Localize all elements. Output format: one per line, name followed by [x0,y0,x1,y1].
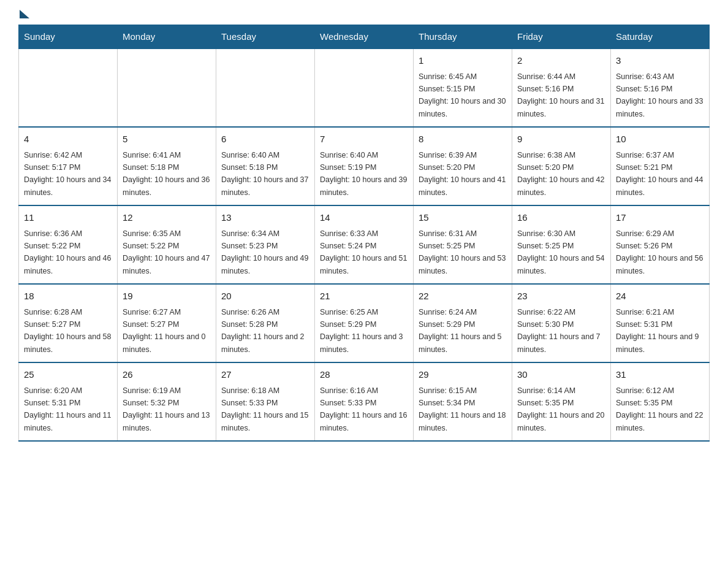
day-header-monday: Monday [118,25,216,49]
day-info: Sunrise: 6:27 AMSunset: 5:27 PMDaylight:… [123,308,206,354]
day-number: 21 [320,289,408,304]
day-info: Sunrise: 6:30 AMSunset: 5:25 PMDaylight:… [517,229,604,275]
calendar-cell: 1Sunrise: 6:45 AMSunset: 5:15 PMDaylight… [414,48,512,127]
day-number: 29 [419,368,507,382]
day-number: 27 [221,368,309,382]
calendar-cell: 23Sunrise: 6:22 AMSunset: 5:30 PMDayligh… [512,284,611,362]
calendar-cell: 12Sunrise: 6:35 AMSunset: 5:22 PMDayligh… [118,205,216,284]
day-number: 22 [419,289,507,304]
day-number: 8 [419,132,507,147]
calendar-cell [118,48,216,127]
calendar-cell: 14Sunrise: 6:33 AMSunset: 5:24 PMDayligh… [315,205,414,284]
day-number: 7 [320,132,408,147]
calendar-cell: 31Sunrise: 6:12 AMSunset: 5:35 PMDayligh… [611,362,710,441]
day-info: Sunrise: 6:16 AMSunset: 5:33 PMDaylight:… [320,386,407,432]
day-number: 13 [221,211,309,225]
logo [18,12,29,18]
day-number: 16 [517,211,605,225]
day-info: Sunrise: 6:37 AMSunset: 5:21 PMDaylight:… [616,151,703,197]
calendar-cell: 8Sunrise: 6:39 AMSunset: 5:20 PMDaylight… [414,127,512,205]
calendar-cell: 20Sunrise: 6:26 AMSunset: 5:28 PMDayligh… [216,284,315,362]
calendar-cell: 4Sunrise: 6:42 AMSunset: 5:17 PMDaylight… [19,127,118,205]
calendar-cell: 6Sunrise: 6:40 AMSunset: 5:18 PMDaylight… [216,127,315,205]
day-number: 6 [221,132,309,147]
calendar-cell: 26Sunrise: 6:19 AMSunset: 5:32 PMDayligh… [118,362,216,441]
calendar-cell: 3Sunrise: 6:43 AMSunset: 5:16 PMDaylight… [611,48,710,127]
day-info: Sunrise: 6:41 AMSunset: 5:18 PMDaylight:… [123,151,210,197]
day-number: 28 [320,368,408,382]
calendar-week-row: 25Sunrise: 6:20 AMSunset: 5:31 PMDayligh… [19,362,710,441]
day-info: Sunrise: 6:25 AMSunset: 5:29 PMDaylight:… [320,308,403,354]
calendar-week-row: 18Sunrise: 6:28 AMSunset: 5:27 PMDayligh… [19,284,710,362]
calendar-header-row: SundayMondayTuesdayWednesdayThursdayFrid… [19,25,710,49]
day-info: Sunrise: 6:34 AMSunset: 5:23 PMDaylight:… [221,229,308,275]
calendar-cell: 10Sunrise: 6:37 AMSunset: 5:21 PMDayligh… [611,127,710,205]
day-info: Sunrise: 6:24 AMSunset: 5:29 PMDaylight:… [419,308,502,354]
day-number: 12 [123,211,211,225]
day-number: 14 [320,211,408,225]
day-number: 24 [616,289,704,304]
day-number: 5 [123,132,211,147]
day-number: 25 [24,368,112,382]
day-info: Sunrise: 6:44 AMSunset: 5:16 PMDaylight:… [517,72,604,118]
calendar-cell: 16Sunrise: 6:30 AMSunset: 5:25 PMDayligh… [512,205,611,284]
calendar-cell: 29Sunrise: 6:15 AMSunset: 5:34 PMDayligh… [414,362,512,441]
calendar-cell: 21Sunrise: 6:25 AMSunset: 5:29 PMDayligh… [315,284,414,362]
day-info: Sunrise: 6:35 AMSunset: 5:22 PMDaylight:… [123,229,210,275]
day-number: 19 [123,289,211,304]
day-info: Sunrise: 6:18 AMSunset: 5:33 PMDaylight:… [221,386,308,432]
day-number: 18 [24,289,112,304]
day-header-wednesday: Wednesday [315,25,414,49]
day-number: 31 [616,368,704,382]
calendar-cell: 27Sunrise: 6:18 AMSunset: 5:33 PMDayligh… [216,362,315,441]
calendar-week-row: 4Sunrise: 6:42 AMSunset: 5:17 PMDaylight… [19,127,710,205]
day-info: Sunrise: 6:33 AMSunset: 5:24 PMDaylight:… [320,229,407,275]
day-number: 3 [616,54,704,68]
day-info: Sunrise: 6:42 AMSunset: 5:17 PMDaylight:… [24,151,111,197]
day-number: 1 [419,54,507,68]
calendar-cell: 19Sunrise: 6:27 AMSunset: 5:27 PMDayligh… [118,284,216,362]
calendar-week-row: 1Sunrise: 6:45 AMSunset: 5:15 PMDaylight… [19,48,710,127]
day-info: Sunrise: 6:26 AMSunset: 5:28 PMDaylight:… [221,308,305,354]
day-info: Sunrise: 6:12 AMSunset: 5:35 PMDaylight:… [616,386,703,432]
day-number: 9 [517,132,605,147]
day-info: Sunrise: 6:14 AMSunset: 5:35 PMDaylight:… [517,386,604,432]
day-number: 23 [517,289,605,304]
calendar-cell [315,48,414,127]
day-header-saturday: Saturday [611,25,710,49]
calendar-cell [216,48,315,127]
calendar-cell: 25Sunrise: 6:20 AMSunset: 5:31 PMDayligh… [19,362,118,441]
calendar-cell: 2Sunrise: 6:44 AMSunset: 5:16 PMDaylight… [512,48,611,127]
calendar-cell [19,48,118,127]
calendar-cell: 30Sunrise: 6:14 AMSunset: 5:35 PMDayligh… [512,362,611,441]
calendar-cell: 28Sunrise: 6:16 AMSunset: 5:33 PMDayligh… [315,362,414,441]
day-info: Sunrise: 6:39 AMSunset: 5:20 PMDaylight:… [419,151,506,197]
day-header-friday: Friday [512,25,611,49]
page-header [18,12,710,18]
logo-triangle-icon [20,10,29,18]
day-info: Sunrise: 6:40 AMSunset: 5:18 PMDaylight:… [221,151,308,197]
calendar-cell: 5Sunrise: 6:41 AMSunset: 5:18 PMDaylight… [118,127,216,205]
day-info: Sunrise: 6:29 AMSunset: 5:26 PMDaylight:… [616,229,703,275]
day-info: Sunrise: 6:21 AMSunset: 5:31 PMDaylight:… [616,308,699,354]
calendar-cell: 11Sunrise: 6:36 AMSunset: 5:22 PMDayligh… [19,205,118,284]
day-info: Sunrise: 6:28 AMSunset: 5:27 PMDaylight:… [24,308,111,354]
day-info: Sunrise: 6:22 AMSunset: 5:30 PMDaylight:… [517,308,601,354]
day-info: Sunrise: 6:19 AMSunset: 5:32 PMDaylight:… [123,386,210,432]
day-number: 26 [123,368,211,382]
day-number: 11 [24,211,112,225]
day-number: 2 [517,54,605,68]
day-info: Sunrise: 6:40 AMSunset: 5:19 PMDaylight:… [320,151,407,197]
day-header-tuesday: Tuesday [216,25,315,49]
calendar-week-row: 11Sunrise: 6:36 AMSunset: 5:22 PMDayligh… [19,205,710,284]
day-info: Sunrise: 6:20 AMSunset: 5:31 PMDaylight:… [24,386,111,432]
day-header-thursday: Thursday [414,25,512,49]
day-number: 10 [616,132,704,147]
day-number: 15 [419,211,507,225]
calendar-cell: 22Sunrise: 6:24 AMSunset: 5:29 PMDayligh… [414,284,512,362]
calendar-cell: 18Sunrise: 6:28 AMSunset: 5:27 PMDayligh… [19,284,118,362]
day-number: 20 [221,289,309,304]
day-info: Sunrise: 6:43 AMSunset: 5:16 PMDaylight:… [616,72,703,118]
day-info: Sunrise: 6:31 AMSunset: 5:25 PMDaylight:… [419,229,506,275]
day-number: 17 [616,211,704,225]
